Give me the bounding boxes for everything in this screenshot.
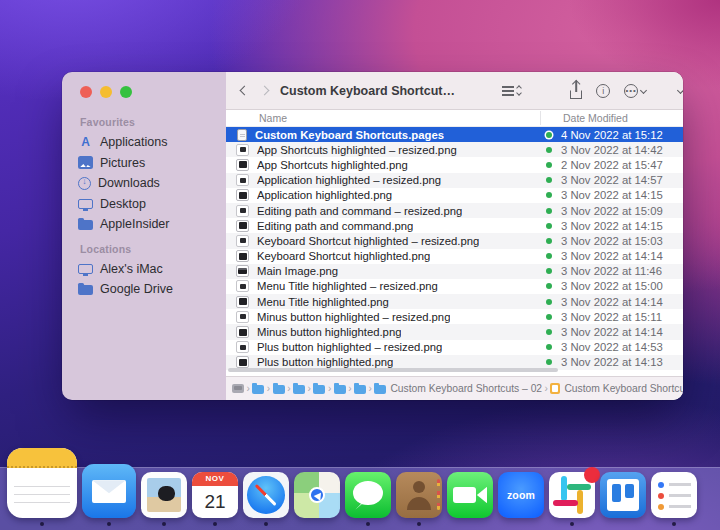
path-segment[interactable]: [334, 384, 346, 394]
path-separator-icon: ›: [348, 383, 351, 394]
sidebar-item-label: Desktop: [100, 197, 146, 211]
file-row[interactable]: Editing path and command.png3 Nov 2022 a…: [226, 218, 683, 233]
column-header-date-modified[interactable]: Date Modified: [563, 112, 628, 124]
file-list: Custom Keyboard Shortcuts.pages4 Nov 202…: [226, 127, 683, 376]
file-name: Keyboard Shortcut highlighted.png: [257, 250, 430, 262]
image-small-icon: [236, 235, 249, 247]
horizontal-scrollbar[interactable]: [228, 368, 558, 372]
path-segment[interactable]: [232, 384, 244, 393]
sidebar-item-downloads[interactable]: Downloads: [78, 173, 226, 194]
path-separator-icon: ›: [369, 383, 372, 394]
sidebar-section-label: Locations: [80, 243, 226, 255]
file-date-modified: 3 Nov 2022 at 14:57: [561, 174, 663, 186]
path-segment[interactable]: [252, 384, 264, 394]
sidebar-item-label: Applications: [100, 135, 167, 149]
dock-item-preview[interactable]: [141, 472, 187, 518]
sync-status-icon: [546, 314, 552, 320]
file-row[interactable]: Application highlighted.png3 Nov 2022 at…: [226, 188, 683, 203]
file-row[interactable]: Editing path and command – resized.png3 …: [226, 203, 683, 218]
path-separator-icon: ›: [545, 383, 548, 394]
sidebar-item-label: Downloads: [98, 176, 160, 190]
minimize-button[interactable]: [100, 86, 112, 98]
list-view-button[interactable]: [498, 79, 524, 103]
dock-item-trello[interactable]: [600, 472, 646, 518]
sync-status-icon: [546, 253, 552, 259]
file-date-modified: 3 Nov 2022 at 14:14: [561, 250, 663, 262]
window-toolbar: Custom Keyboard Shortcut… i •••: [226, 72, 683, 110]
file-row[interactable]: Application highlighted – resized.png3 N…: [226, 173, 683, 188]
dock-item-messages[interactable]: [345, 472, 391, 518]
dock-item-facetime[interactable]: [447, 472, 493, 518]
column-header-name[interactable]: Name: [259, 112, 287, 124]
sync-status-icon: [546, 299, 552, 305]
forward-button[interactable]: [254, 79, 274, 103]
sidebar-section-favourites: FavouritesApplicationsPicturesDownloadsD…: [78, 116, 226, 235]
finder-window: FavouritesApplicationsPicturesDownloadsD…: [62, 72, 683, 400]
file-row[interactable]: Minus button highlighted – resized.png3 …: [226, 309, 683, 324]
more-actions-button[interactable]: •••: [622, 79, 648, 103]
image-large-icon: [236, 326, 249, 338]
file-row[interactable]: Keyboard Shortcut highlighted – resized.…: [226, 233, 683, 248]
path-segment[interactable]: Custom Keyboard Shortcuts – 02: [374, 383, 542, 394]
dock-item-zoomapp[interactable]: zoom: [498, 472, 544, 518]
sidebar-item-appleinsider[interactable]: AppleInsider: [78, 214, 226, 235]
file-row[interactable]: Plus button highlighted – resized.png3 N…: [226, 340, 683, 355]
reminders-icon: [651, 472, 697, 518]
file-date-modified: 3 Nov 2022 at 15:09: [561, 205, 663, 217]
dock-item-safari[interactable]: [243, 472, 289, 518]
running-indicator: [417, 522, 421, 526]
back-button[interactable]: [234, 79, 254, 103]
toolbar-overflow-button[interactable]: [674, 79, 683, 103]
file-row[interactable]: App Shortcuts highlighted – resized.png3…: [226, 142, 683, 157]
preview-icon: [141, 472, 187, 518]
image-large-icon: [236, 356, 249, 368]
sidebar-item-pictures[interactable]: Pictures: [78, 153, 226, 174]
pages-icon: [550, 383, 560, 394]
notification-badge: [584, 467, 600, 483]
trello-icon: [600, 472, 646, 518]
folder-icon: [293, 385, 305, 394]
file-row[interactable]: Custom Keyboard Shortcuts.pages4 Nov 202…: [226, 127, 683, 142]
dock-item-slack[interactable]: [549, 472, 595, 518]
dock-item-reminders[interactable]: [651, 472, 697, 518]
dock-item-maps[interactable]: [294, 472, 340, 518]
image-small-icon: [236, 205, 249, 217]
close-button[interactable]: [80, 86, 92, 98]
image-small-icon: [236, 144, 249, 156]
file-name: Minus button highlighted – resized.png: [257, 311, 450, 323]
file-name: Plus button highlighted – resized.png: [257, 341, 442, 353]
zoom-button[interactable]: [120, 86, 132, 98]
path-segment[interactable]: [313, 384, 325, 394]
dock-item-calendar[interactable]: NOV21: [192, 472, 238, 518]
path-separator-icon: ›: [267, 383, 270, 394]
file-row[interactable]: App Shortcuts highlighted.png2 Nov 2022 …: [226, 157, 683, 172]
folder-icon: [334, 385, 346, 394]
dock-item-mail[interactable]: [82, 464, 136, 518]
sidebar-item-google-drive[interactable]: Google Drive: [78, 279, 226, 300]
info-button[interactable]: i: [595, 79, 611, 103]
sidebar-item-alex-s-imac[interactable]: Alex's iMac: [78, 259, 226, 280]
column-divider[interactable]: [540, 111, 541, 125]
path-segment[interactable]: [293, 384, 305, 394]
file-row[interactable]: Keyboard Shortcut highlighted.png3 Nov 2…: [226, 249, 683, 264]
file-row[interactable]: Menu Title highlighted – resized.png3 No…: [226, 279, 683, 294]
share-button[interactable]: [568, 79, 584, 103]
file-name: App Shortcuts highlighted.png: [257, 159, 408, 171]
sidebar-item-label: AppleInsider: [100, 217, 170, 231]
sync-status-icon: [546, 329, 552, 335]
image-large-icon: [236, 220, 249, 232]
file-date-modified: 3 Nov 2022 at 15:00: [561, 280, 663, 292]
file-row[interactable]: Menu Title highlighted.png3 Nov 2022 at …: [226, 294, 683, 309]
dock-item-notes[interactable]: [7, 448, 77, 518]
sidebar-item-label: Pictures: [100, 156, 145, 170]
sidebar-item-desktop[interactable]: Desktop: [78, 194, 226, 215]
path-segment[interactable]: [354, 384, 366, 394]
file-row[interactable]: Main Image.png3 Nov 2022 at 11:46: [226, 264, 683, 279]
sync-status-icon: [546, 132, 552, 138]
file-row[interactable]: Minus button highlighted.png3 Nov 2022 a…: [226, 324, 683, 339]
sidebar-item-applications[interactable]: Applications: [78, 132, 226, 153]
dock-item-contacts[interactable]: [396, 472, 442, 518]
calendar-icon: NOV21: [192, 472, 238, 518]
path-segment[interactable]: Custom Keyboard Shortcuts.pages: [550, 383, 683, 394]
path-segment[interactable]: [273, 384, 285, 394]
